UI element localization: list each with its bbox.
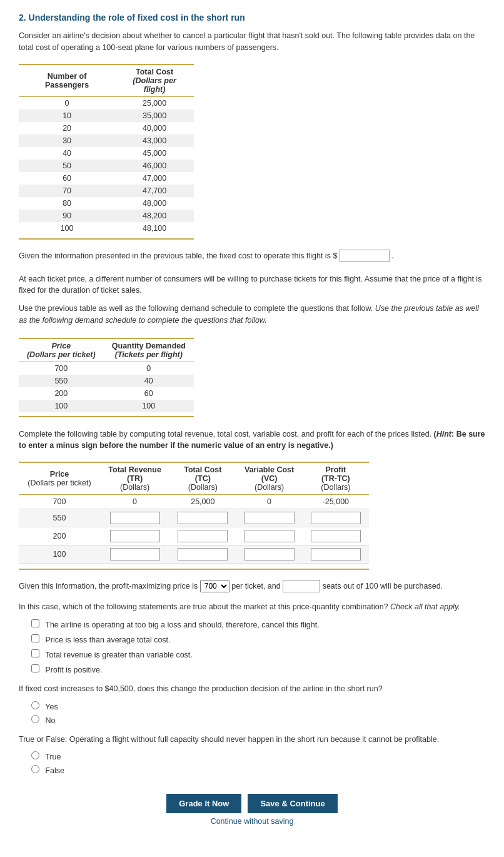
quantity-cell: 60 <box>104 387 194 400</box>
price-cell: 550 <box>19 375 104 387</box>
comp-tc-input-cell[interactable] <box>169 527 236 545</box>
comp-col1-header: Price(Dollars per ticket) <box>19 462 100 495</box>
profit-input[interactable] <box>311 512 361 524</box>
demand-table-row: 55040 <box>19 375 194 387</box>
profit-input[interactable] <box>311 548 361 560</box>
fixed-cost-input[interactable] <box>340 250 390 262</box>
demand-table: Price (Dollars per ticket) Quantity Dema… <box>19 338 194 417</box>
checkbox-group: The airline is operating at too big a lo… <box>31 619 485 674</box>
false-radio[interactable] <box>31 765 39 773</box>
false-option[interactable]: False <box>31 765 485 775</box>
comp-tr-input-cell[interactable] <box>100 509 169 527</box>
checkbox-label-0[interactable]: The airline is operating at too big a lo… <box>31 619 485 629</box>
checkbox-3[interactable] <box>31 664 39 672</box>
completion-table-row: 550 <box>19 509 369 527</box>
checkbox-1[interactable] <box>31 634 39 642</box>
vc-input[interactable] <box>244 530 295 542</box>
tr-input[interactable] <box>110 530 160 542</box>
true-radio[interactable] <box>31 751 39 759</box>
passenger-cell: 20 <box>19 122 115 134</box>
checkbox-label-3[interactable]: Profit is positive. <box>31 664 485 674</box>
comp-tc-input-cell[interactable] <box>169 509 236 527</box>
seats-input[interactable] <box>283 580 320 592</box>
cost-table-row: 4045,000 <box>19 147 194 160</box>
tc-input[interactable] <box>178 530 228 542</box>
passenger-cell: 30 <box>19 134 115 147</box>
profit-input[interactable] <box>311 530 361 542</box>
cost-cell: 47,000 <box>115 172 194 185</box>
cost-table-row: 5046,000 <box>19 160 194 172</box>
fixed-cost-increase-section: If fixed cost increases to $40,500, does… <box>19 683 485 725</box>
no-radio[interactable] <box>31 715 39 723</box>
comp-profit-input-cell[interactable] <box>303 527 369 545</box>
comp-profit-input-cell[interactable] <box>303 545 369 564</box>
cost-table-row: 1035,000 <box>19 109 194 122</box>
passenger-cell: 10 <box>19 109 115 122</box>
profit-max-dropdown[interactable]: 700 550 200 100 <box>200 580 229 592</box>
tr-input[interactable] <box>110 512 160 524</box>
tc-input[interactable] <box>178 512 228 524</box>
profit-max-line: Given this information, the profit-maxim… <box>19 580 485 592</box>
cost-table-row: 10048,100 <box>19 222 194 235</box>
cost-cell: 43,000 <box>115 134 194 147</box>
tr-input[interactable] <box>110 548 160 560</box>
cost-table-row: 8048,000 <box>19 197 194 210</box>
price-cell: 100 <box>19 400 104 412</box>
cost-table-row: 9048,200 <box>19 210 194 222</box>
continue-without-saving-link[interactable]: Continue without saving <box>211 817 294 826</box>
cost-cell: 40,000 <box>115 122 194 134</box>
dollar-sign: $ <box>333 251 337 260</box>
cost-table-container: Number of Passengers Total Cost (Dollars… <box>19 64 485 240</box>
yes-option[interactable]: Yes <box>31 701 485 711</box>
true-false-question: True or False: Operating a flight withou… <box>19 734 485 746</box>
comp-vc-input-cell[interactable] <box>236 509 302 527</box>
no-option[interactable]: No <box>31 715 485 725</box>
quantity-cell: 40 <box>104 375 194 387</box>
vc-input[interactable] <box>244 512 295 524</box>
statements-intro: In this case, which of the following sta… <box>19 601 485 613</box>
demand-col2-header: Quantity Demanded (Tickets per flight) <box>104 338 194 362</box>
fixed-cost-increase-question: If fixed cost increases to $40,500, does… <box>19 683 485 695</box>
grade-button[interactable]: Grade It Now <box>166 794 241 813</box>
comp-profit-cell: -25,000 <box>303 495 369 509</box>
demand-col1-header: Price (Dollars per ticket) <box>19 338 104 362</box>
yes-radio[interactable] <box>31 701 39 709</box>
comp-col2-header: Total Revenue(TR)(Dollars) <box>100 462 169 495</box>
comp-profit-input-cell[interactable] <box>303 509 369 527</box>
ticket-intro-2: Use the previous table as well as the fo… <box>19 303 485 327</box>
completion-table: Price(Dollars per ticket) Total Revenue(… <box>19 462 369 570</box>
checkbox-0[interactable] <box>31 619 39 627</box>
statements-section: In this case, which of the following sta… <box>19 601 485 674</box>
completion-intro: Complete the following table by computin… <box>19 428 485 452</box>
comp-vc-input-cell[interactable] <box>236 545 302 564</box>
comp-tc-cell: 25,000 <box>169 495 236 509</box>
completion-table-row: 200 <box>19 527 369 545</box>
true-false-section: True or False: Operating a flight withou… <box>19 734 485 776</box>
passenger-cell: 80 <box>19 197 115 210</box>
demand-table-row: 20060 <box>19 387 194 400</box>
quantity-cell: 0 <box>104 362 194 375</box>
cost-table-row: 7047,700 <box>19 185 194 197</box>
checkbox-2[interactable] <box>31 649 39 657</box>
checkbox-label-1[interactable]: Price is less than average total cost. <box>31 634 485 644</box>
checkbox-label-2[interactable]: Total revenue is greater than variable c… <box>31 649 485 659</box>
comp-tr-cell: 0 <box>100 495 169 509</box>
vc-input[interactable] <box>244 548 295 560</box>
save-continue-button[interactable]: Save & Continue <box>248 794 337 813</box>
comp-vc-input-cell[interactable] <box>236 527 302 545</box>
price-cell: 700 <box>19 362 104 375</box>
completion-table-row: 100 <box>19 545 369 564</box>
passenger-cell: 40 <box>19 147 115 160</box>
quantity-cell: 100 <box>104 400 194 412</box>
comp-tr-input-cell[interactable] <box>100 545 169 564</box>
comp-vc-cell: 0 <box>236 495 302 509</box>
true-option[interactable]: True <box>31 751 485 761</box>
yes-no-group: Yes No <box>31 701 485 725</box>
cost-table-row: 6047,000 <box>19 172 194 185</box>
comp-tr-input-cell[interactable] <box>100 527 169 545</box>
tc-input[interactable] <box>178 548 228 560</box>
comp-tc-input-cell[interactable] <box>169 545 236 564</box>
cost-col2-header: Total Cost (Dollars per flight) <box>115 64 194 97</box>
demand-table-container: Price (Dollars per ticket) Quantity Dema… <box>19 338 485 417</box>
fixed-cost-question: Given the information presented in the p… <box>19 250 485 262</box>
